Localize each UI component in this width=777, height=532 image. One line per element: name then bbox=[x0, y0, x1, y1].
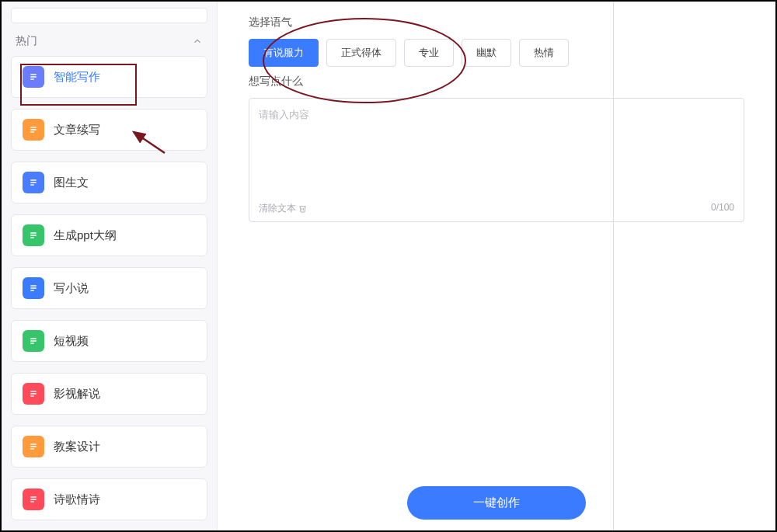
sidebar-item-label: 影视解说 bbox=[54, 387, 100, 402]
cta-zone: 一键创作 bbox=[249, 486, 744, 530]
category-header[interactable]: 热门 bbox=[2, 23, 217, 56]
sidebar-item-2[interactable]: 图生文 bbox=[11, 162, 207, 203]
textarea-footer: 清除文本 0/100 bbox=[259, 202, 734, 215]
create-button[interactable]: 一键创作 bbox=[407, 486, 586, 520]
sidebar-item-7[interactable]: 教案设计 bbox=[11, 426, 207, 468]
doc-teach-icon bbox=[23, 436, 44, 457]
sidebar-item-label: 诗歌情诗 bbox=[54, 492, 100, 507]
trash-icon bbox=[298, 204, 307, 213]
poem-icon bbox=[23, 489, 44, 510]
clear-text-label: 清除文本 bbox=[259, 202, 296, 215]
doc-outline-icon bbox=[23, 224, 44, 246]
tone-chip-1[interactable]: 正式得体 bbox=[326, 39, 396, 67]
tone-section-label: 选择语气 bbox=[249, 16, 744, 30]
sidebar-item-label: 写小说 bbox=[54, 281, 89, 296]
category-label: 热门 bbox=[16, 34, 37, 48]
doc-lines2-icon bbox=[23, 277, 44, 299]
sidebar-items: 智能写作文章续写图生文生成ppt大纲写小说短视频影视解说教案设计诗歌情诗 bbox=[2, 56, 217, 520]
sidebar-item-8[interactable]: 诗歌情诗 bbox=[11, 478, 207, 520]
sidebar-item-label: 文章续写 bbox=[54, 123, 100, 137]
sidebar-item-3[interactable]: 生成ppt大纲 bbox=[11, 214, 207, 256]
doc-video-icon bbox=[23, 330, 44, 352]
tone-chip-0[interactable]: 有说服力 bbox=[249, 39, 319, 67]
main-panel: 选择语气 有说服力正式得体专业幽默热情 想写点什么 清除文本 0/100 一键创… bbox=[218, 2, 775, 530]
tone-chip-4[interactable]: 热情 bbox=[519, 39, 569, 67]
clear-text-button[interactable]: 清除文本 bbox=[259, 202, 307, 215]
sidebar-item-label: 短视频 bbox=[54, 334, 89, 349]
doc-lines-icon bbox=[23, 119, 44, 141]
tone-chip-2[interactable]: 专业 bbox=[404, 39, 454, 67]
sidebar-item-label: 智能写作 bbox=[54, 70, 100, 85]
sidebar-item-1[interactable]: 文章续写 bbox=[11, 109, 207, 151]
sidebar-top-box bbox=[11, 8, 207, 23]
sidebar-item-4[interactable]: 写小说 bbox=[11, 267, 207, 309]
sidebar-item-5[interactable]: 短视频 bbox=[11, 320, 207, 362]
content-section-label: 想写点什么 bbox=[249, 75, 744, 89]
doc-write-icon bbox=[23, 66, 44, 88]
char-counter: 0/100 bbox=[711, 202, 734, 215]
textarea-wrap: 清除文本 0/100 bbox=[249, 98, 744, 222]
sidebar-item-label: 生成ppt大纲 bbox=[54, 228, 117, 243]
image-text-icon bbox=[23, 172, 44, 193]
doc-film-icon bbox=[23, 383, 44, 405]
tone-row: 有说服力正式得体专业幽默热情 bbox=[249, 39, 744, 67]
sidebar-item-6[interactable]: 影视解说 bbox=[11, 373, 207, 415]
sidebar-item-label: 教案设计 bbox=[54, 440, 100, 454]
chevron-up-icon bbox=[192, 36, 203, 47]
content-textarea[interactable] bbox=[249, 99, 744, 192]
sidebar: 热门 智能写作文章续写图生文生成ppt大纲写小说短视频影视解说教案设计诗歌情诗 bbox=[2, 2, 218, 530]
sidebar-item-0[interactable]: 智能写作 bbox=[11, 56, 207, 98]
tone-chip-3[interactable]: 幽默 bbox=[462, 39, 511, 67]
right-divider bbox=[613, 2, 614, 530]
sidebar-item-label: 图生文 bbox=[54, 176, 89, 190]
